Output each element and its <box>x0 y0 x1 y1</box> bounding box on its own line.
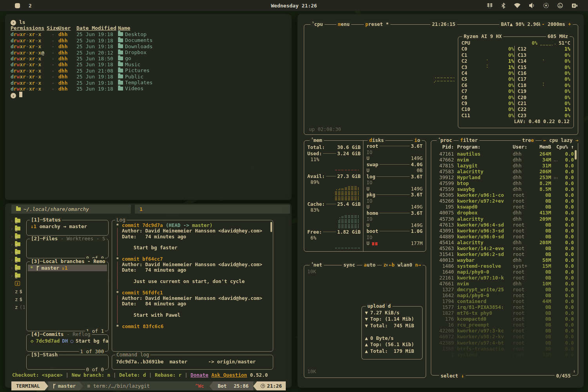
process-row[interactable]: 1486 systemd-resolve syst+ 15M 0.0 <box>434 263 574 269</box>
proc-scrollbar[interactable] <box>575 150 577 160</box>
lazygit-log-panel[interactable]: Log * commit 7dc9d7a (HEAD -> master) │ … <box>112 220 273 352</box>
process-row[interactable]: 176 kcompactd0 root 0B 0.0 <box>434 316 574 322</box>
header-memb[interactable]: MemB <box>533 144 551 150</box>
process-row[interactable]: 42208 kworker/u97:3-kc root 0B 0.0 <box>434 328 574 334</box>
file-name-cell[interactable]: Videos <box>118 85 143 91</box>
net-box-title[interactable]: ³net <box>310 262 324 268</box>
commit-entry[interactable]: * commit bf64cc7 │ Author: David Heineme… <box>116 256 270 290</box>
scroll-down-arrow[interactable]: ↓ <box>573 368 575 374</box>
tree-item[interactable]: › z <box>11 272 28 279</box>
process-row[interactable]: 40075 dropbox dhh 413M 0.0 <box>434 210 574 216</box>
ask-question-link[interactable]: Ask Question <box>211 372 247 378</box>
process-row[interactable]: 1642 napi/phy0-0 root 0B 0.0 <box>434 292 574 298</box>
net-interface-switch[interactable]: ←b wlan0 n→ <box>387 262 423 268</box>
process-row[interactable]: 31541 kworker/u96:2-sd root 0B 0.0 <box>434 251 574 257</box>
process-row[interactable]: 47161 nautilus dhh 264M 0.0 <box>434 151 574 157</box>
process-row[interactable]: 44889 kworker/u96:0-sd root 0B 0.0 <box>434 234 574 240</box>
process-row[interactable]: 46072 kworker/u98:2-kv root 0B 0.0 <box>434 334 574 339</box>
lazygit-status-panel[interactable]: [1]─Status ↓1 omarchy → master <box>26 220 109 236</box>
file-name-cell[interactable]: Desktop <box>118 31 147 37</box>
terminal-window-btop[interactable]: ¹cpu menu preset * 21:26:15 BAT▲ 98% 2.9… <box>297 14 584 388</box>
lazygit-files-panel[interactable]: [2]─Files - Worktrees - S 0 of 0 <box>26 239 109 258</box>
lazygit-command-log-panel[interactable]: Command log 7dc9d7a..b3691be master -> o… <box>112 355 273 370</box>
process-row[interactable]: 42389 kworker/u97:4-bt root 0B 0.0 <box>434 340 574 346</box>
tree-item[interactable]: › z <box>11 264 28 272</box>
donate-link[interactable]: Donate <box>191 372 209 378</box>
tree-item[interactable]: z (1 <box>11 303 28 311</box>
process-row[interactable]: 47583 alacritty dhh 206M 0.0 <box>434 169 574 174</box>
btop-mem-box[interactable]: ²mem disks io Total:30.6 GiB Used:3.24 G… <box>304 140 426 252</box>
proc-sort-selector[interactable]: ← cpu lazy → <box>542 137 580 143</box>
proc-box-title[interactable]: ⁴proc <box>437 137 454 143</box>
process-row[interactable]: 47613 kworker/u96:4-sd root 0B 0.0 <box>434 222 574 228</box>
process-row[interactable]: 45730 alacritty dhh 209M 0.0 <box>434 216 574 222</box>
btop-net-box[interactable]: ³net sync auto zero ←b wlan0 n→ 10K 10K … <box>304 265 426 378</box>
tree-item[interactable]: z $ <box>11 295 28 303</box>
update-interval[interactable]: - 2000ms + <box>540 21 573 27</box>
net-auto-toggle[interactable]: auto <box>362 262 377 268</box>
btop-proc-box[interactable]: ⁴proc filter tree ← cpu lazy → Pid: Prog… <box>431 140 578 376</box>
process-row[interactable]: 47661 nvim dhh 10M 0.0 <box>434 281 574 287</box>
help-new-branch[interactable]: New branch: <box>72 372 104 378</box>
process-row[interactable]: 47815 lazygit dhh 31M 0.0 <box>434 163 574 169</box>
process-row[interactable]: 1380 btrfs-transactio root 0B 0.0 <box>434 346 574 352</box>
file-name-cell[interactable]: Templates <box>118 80 152 85</box>
tree-item[interactable]: z <box>11 279 28 287</box>
process-row[interactable]: 1 systemd root 13M 0.0 <box>434 352 574 358</box>
statusline-file[interactable]: ≡term:/…/bin/lazygit <box>83 381 154 390</box>
commit-entry[interactable]: * commit 56fdfc1 │ Author: David Heineme… <box>116 290 270 324</box>
process-row[interactable]: 1577 irq/81-PIXA3854: root 0B 0.0 <box>434 304 574 310</box>
preset-button[interactable]: preset * <box>364 21 390 27</box>
process-row[interactable]: 16 rcu_preempt root 0B 0.0 <box>434 322 574 328</box>
header-cpu[interactable]: Cpu% ↑ <box>551 144 574 150</box>
log-scrollbar[interactable] <box>270 222 272 232</box>
process-row[interactable]: 1827 mt76-tx phy0 root 0B 0.0 <box>434 310 574 316</box>
help-checkout[interactable]: Checkout: <box>12 372 39 378</box>
process-row[interactable]: 45305 kworker/u96:1-co root 0B 0.0 <box>434 192 574 198</box>
lazygit-branches-panel[interactable]: [3]─Local branches - Remo * master ↓1 1 … <box>26 261 109 331</box>
help-rebase[interactable]: Rebase: <box>155 372 176 378</box>
process-row[interactable]: 47559 swaybg dhh 8.5M 0.0 <box>434 186 574 192</box>
process-row[interactable]: 22161 kworker/u97:10-k root 0B 0.0 <box>434 275 574 281</box>
file-name-cell[interactable]: Public <box>118 74 143 80</box>
terminal-window-lazygit[interactable]: ~/.local/share/omarchy 1 › z › z › z › z <box>5 203 292 388</box>
commit-entry[interactable]: * commit 7dc9d7a (HEAD -> master) │ Auth… <box>116 223 270 256</box>
tree-item[interactable]: › z <box>11 217 28 225</box>
process-row[interactable]: 40013 waybar dhh 58M 0.0 <box>434 257 574 263</box>
shell-prompt-line-2[interactable]: › <box>11 92 286 98</box>
tree-item[interactable]: › z <box>11 225 28 232</box>
tree-item[interactable]: › z <box>11 256 28 264</box>
winbar-path-segment[interactable]: ~/.local/share/omarchy <box>11 205 131 214</box>
process-row[interactable]: 47662 nvim dhh 34M ⠤⠄ 0.0 <box>434 157 574 163</box>
process-row[interactable]: 1794 containerd root 44M 0.0 <box>434 298 574 304</box>
selected-branch-row[interactable]: * master ↓1 <box>28 265 107 271</box>
tree-item[interactable]: › z <box>11 232 28 240</box>
winbar-buffer-segment[interactable]: 1 <box>135 205 290 214</box>
process-row[interactable]: 45266 kworker/u97:2+ev root 0B 0.0 <box>434 198 574 204</box>
menu-button[interactable]: menu <box>336 21 351 27</box>
process-row[interactable]: 45263 kworker/14:2-eve root 0B 0.0 <box>434 245 574 251</box>
process-row[interactable]: 47599 btop dhh 8.2M 0.0 <box>434 180 574 186</box>
process-row[interactable]: 195 kswapd0 root 0B 0.0 <box>434 204 574 210</box>
statusline-branch[interactable]: master <box>48 381 80 390</box>
process-row[interactable]: 39912 Hyprland dhh 253M ⠶⠆ 0.0 <box>434 174 574 180</box>
process-row[interactable]: 1327 dmcrypt_write/25 root 0B 0.0 <box>434 287 574 292</box>
process-row[interactable]: 43091 kworker/u96:3-sd root 0B 0.0 <box>434 228 574 234</box>
process-row[interactable]: 1640 napi/phy0-0 root 0B 0.0 <box>434 269 574 275</box>
process-row[interactable]: 45414 alacritty dhh 208M 0.0 <box>434 240 574 245</box>
lazygit-commits-panel[interactable]: [4]─Commits - Reflog ◇ 7dc9d7ad DH ○ Sta… <box>26 334 109 352</box>
file-name-cell[interactable]: go <box>118 55 131 61</box>
proc-tree-toggle[interactable]: tree <box>521 137 535 143</box>
header-user[interactable]: User: <box>513 144 533 150</box>
file-name-cell[interactable]: Dropbox <box>118 49 147 55</box>
proc-select-hint[interactable]: select ↓ <box>439 373 466 379</box>
proc-filter-button[interactable]: filter <box>459 137 479 143</box>
cpu-box-title[interactable]: ¹cpu <box>310 21 325 27</box>
file-name-cell[interactable]: Downloads <box>118 44 152 49</box>
lazygit-stash-panel[interactable]: [5]─Stash 0 of 0 <box>26 355 109 370</box>
tree-item[interactable]: z $ <box>11 287 28 295</box>
file-name-cell[interactable]: Music <box>118 62 140 67</box>
terminal-window-ls[interactable]: › ls Permissions Size User Date Modified… <box>5 14 292 200</box>
header-pid[interactable]: Pid: <box>434 144 454 150</box>
file-name-cell[interactable]: Documents <box>118 37 152 43</box>
